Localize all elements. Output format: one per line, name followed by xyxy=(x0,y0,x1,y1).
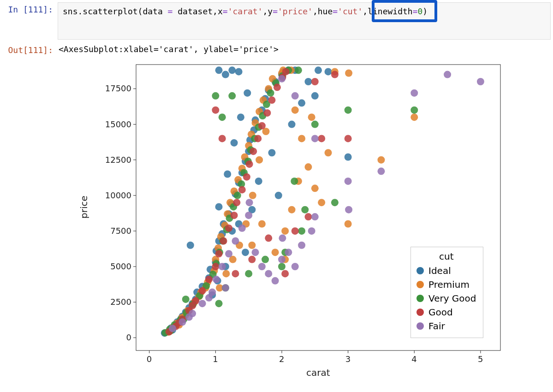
svg-point-61 xyxy=(242,249,249,256)
svg-point-217 xyxy=(291,227,299,235)
svg-point-259 xyxy=(185,314,193,321)
code-input[interactable]: sns.scatterplot(data = dataset,x='carat'… xyxy=(58,2,551,40)
legend: cut IdealPremiumVery GoodGoodFair xyxy=(410,247,483,338)
y-tick-label: 2500 xyxy=(110,297,131,307)
svg-point-77 xyxy=(315,66,322,74)
svg-point-110 xyxy=(291,107,299,114)
svg-point-185 xyxy=(219,113,226,121)
svg-point-246 xyxy=(291,263,299,270)
svg-point-219 xyxy=(232,270,239,277)
svg-point-255 xyxy=(377,167,385,175)
svg-point-135 xyxy=(256,156,263,164)
svg-point-260 xyxy=(205,294,213,302)
svg-point-197 xyxy=(215,250,223,257)
svg-point-239 xyxy=(252,249,259,256)
svg-point-234 xyxy=(225,250,232,257)
legend-dot-icon xyxy=(416,267,424,274)
svg-point-232 xyxy=(213,276,220,283)
svg-point-170 xyxy=(311,121,319,128)
svg-point-165 xyxy=(267,89,274,97)
svg-point-203 xyxy=(243,173,250,181)
svg-point-178 xyxy=(215,300,223,307)
svg-point-214 xyxy=(318,135,325,142)
svg-point-199 xyxy=(225,225,232,232)
svg-point-175 xyxy=(345,107,352,114)
y-tick-label: 0 xyxy=(126,333,131,342)
notebook: In [111]: sns.scatterplot(data = dataset… xyxy=(0,0,553,390)
svg-point-180 xyxy=(245,270,252,277)
legend-label: Premium xyxy=(428,279,470,290)
scatter-plot xyxy=(58,58,510,390)
y-tick-label: 10000 xyxy=(105,190,131,200)
svg-point-74 xyxy=(244,89,251,97)
svg-point-51 xyxy=(304,78,312,85)
svg-point-261 xyxy=(222,284,229,291)
svg-point-208 xyxy=(263,109,271,117)
legend-label: Good xyxy=(428,307,453,318)
y-axis-label: price xyxy=(78,196,89,219)
svg-point-121 xyxy=(345,220,352,227)
svg-point-122 xyxy=(345,70,352,77)
svg-point-228 xyxy=(179,318,186,326)
legend-label: Fair xyxy=(428,321,445,332)
svg-point-195 xyxy=(205,276,213,283)
legend-dot-icon xyxy=(416,281,424,288)
svg-point-113 xyxy=(311,184,319,192)
svg-point-222 xyxy=(281,270,289,277)
svg-point-204 xyxy=(246,160,253,168)
legend-dot-icon xyxy=(416,322,424,330)
legend-dot-icon xyxy=(416,295,424,302)
svg-point-186 xyxy=(228,92,236,100)
legend-row: Premium xyxy=(416,278,476,291)
svg-point-207 xyxy=(258,122,266,130)
svg-point-248 xyxy=(308,227,315,235)
svg-point-156 xyxy=(234,192,241,199)
svg-point-247 xyxy=(298,242,305,249)
svg-point-59 xyxy=(215,203,223,210)
svg-point-177 xyxy=(182,296,190,303)
svg-point-112 xyxy=(304,163,312,171)
plot-output: price carat cut IdealPremiumVery GoodGoo… xyxy=(53,55,553,390)
svg-point-176 xyxy=(410,107,418,114)
svg-point-221 xyxy=(265,234,272,242)
svg-point-183 xyxy=(298,227,305,235)
legend-row: Ideal xyxy=(416,264,476,278)
svg-point-257 xyxy=(444,71,451,78)
input-cell: In [111]: sns.scatterplot(data = dataset… xyxy=(0,0,553,41)
legend-label: Ideal xyxy=(428,265,451,276)
svg-point-123 xyxy=(377,156,385,164)
svg-point-226 xyxy=(189,302,196,309)
svg-point-237 xyxy=(245,212,252,219)
svg-point-172 xyxy=(301,206,309,214)
svg-point-124 xyxy=(410,113,418,121)
svg-point-235 xyxy=(232,237,239,244)
svg-point-181 xyxy=(262,256,269,263)
svg-point-242 xyxy=(272,277,279,285)
svg-point-220 xyxy=(248,256,256,263)
svg-point-223 xyxy=(212,107,219,114)
svg-point-241 xyxy=(265,270,272,277)
svg-point-243 xyxy=(278,256,285,263)
svg-point-216 xyxy=(345,135,352,142)
svg-point-245 xyxy=(285,249,292,256)
svg-point-253 xyxy=(345,178,352,185)
x-tick-label: 4 xyxy=(411,354,416,364)
output-cell: Out[111]: <AxesSubplot:xlabel='carat', y… xyxy=(0,41,553,55)
svg-point-66 xyxy=(215,66,223,74)
output-text: <AxesSubplot:xlabel='carat', ylabel='pri… xyxy=(58,41,553,55)
y-tick-label: 12500 xyxy=(105,155,131,165)
x-tick-label: 0 xyxy=(147,354,152,364)
svg-point-118 xyxy=(308,113,315,121)
svg-point-249 xyxy=(311,213,319,220)
svg-point-224 xyxy=(219,135,226,142)
svg-point-230 xyxy=(199,300,206,307)
svg-point-201 xyxy=(233,199,240,206)
svg-point-55 xyxy=(187,242,194,249)
x-tick-label: 1 xyxy=(213,354,218,364)
x-tick-label: 3 xyxy=(345,354,351,364)
svg-point-65 xyxy=(275,192,282,199)
svg-point-116 xyxy=(288,206,296,214)
svg-point-236 xyxy=(238,225,246,232)
svg-point-240 xyxy=(258,263,266,270)
legend-title: cut xyxy=(416,251,476,262)
